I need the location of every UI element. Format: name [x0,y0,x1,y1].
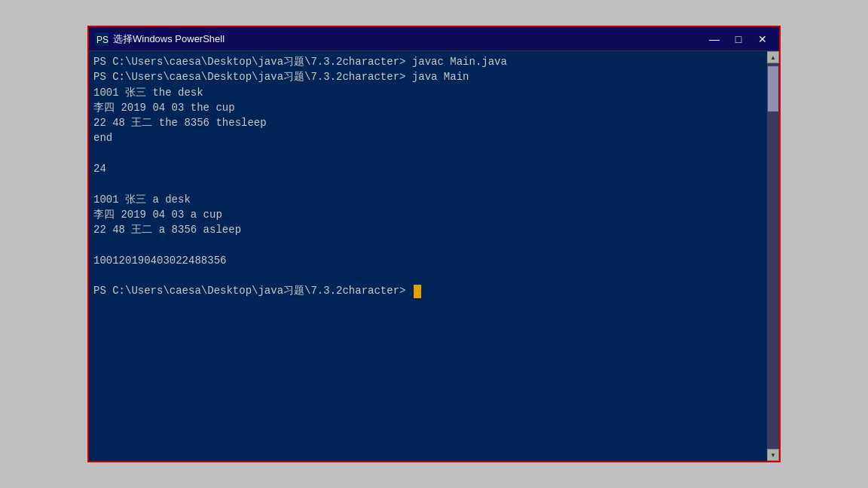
terminal-line: 100120190403022488356 [93,253,763,268]
scroll-track[interactable] [767,63,779,449]
terminal-line [93,146,763,161]
terminal-line [93,176,763,191]
terminal-line [93,268,763,283]
terminal-line: 22 48 王二 a 8356 asleep [93,222,763,237]
terminal-line [93,238,763,253]
terminal-line: end [93,130,763,145]
title-bar: PS 选择Windows PowerShell — □ ✕ [89,27,779,51]
scroll-up-button[interactable]: ▲ [767,51,779,63]
maximize-button[interactable]: □ [728,32,749,47]
terminal-line: 李四 2019 04 03 the cup [93,100,763,115]
scrollbar[interactable]: ▲ ▼ [767,51,779,461]
terminal-line: 24 [93,161,763,176]
terminal-cursor [414,285,421,298]
window-title: 选择Windows PowerShell [113,32,704,46]
terminal-line: 1001 张三 a desk [93,192,763,207]
scroll-thumb[interactable] [768,66,778,111]
terminal-line: PS C:\Users\caesa\Desktop\java习题\7.3.2ch… [93,54,763,69]
terminal-line: PS C:\Users\caesa\Desktop\java习题\7.3.2ch… [93,69,763,84]
minimize-button[interactable]: — [704,32,725,47]
scroll-down-button[interactable]: ▼ [767,449,779,461]
terminal-line: PS C:\Users\caesa\Desktop\java习题\7.3.2ch… [93,283,763,298]
terminal-line: 李四 2019 04 03 a cup [93,207,763,222]
content-area: PS C:\Users\caesa\Desktop\java习题\7.3.2ch… [89,51,779,461]
terminal-line: 1001 张三 the desk [93,85,763,100]
close-button[interactable]: ✕ [752,32,773,47]
terminal-output[interactable]: PS C:\Users\caesa\Desktop\java习题\7.3.2ch… [89,51,767,461]
powershell-window: PS 选择Windows PowerShell — □ ✕ PS C:\User… [87,26,781,462]
window-controls: — □ ✕ [704,32,773,47]
powershell-icon: PS [95,32,108,46]
terminal-line: 22 48 王二 the 8356 thesleep [93,115,763,130]
svg-text:PS: PS [96,35,108,45]
